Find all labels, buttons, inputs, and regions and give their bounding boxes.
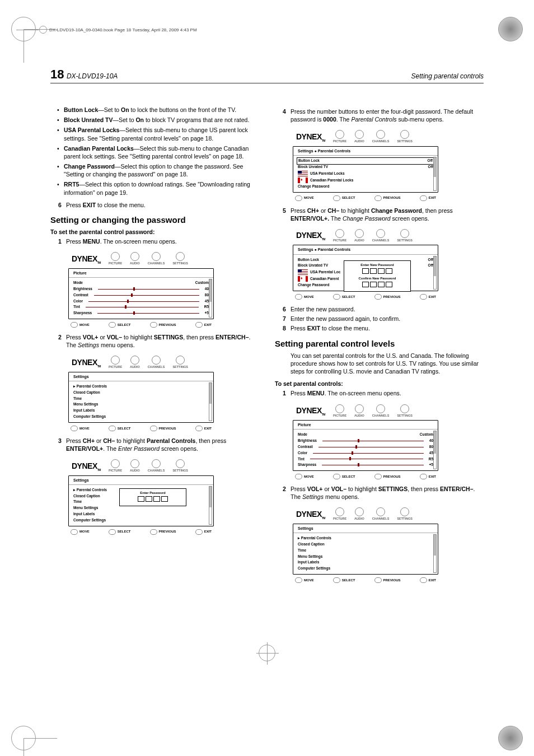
osd-picture-menu-2: DYNEXTM PICTURE AUDIO CHANNELS SETTINGS … bbox=[293, 402, 438, 480]
osd-enter-password: DYNEXTM PICTURE AUDIO CHANNELS SETTINGS … bbox=[68, 457, 214, 535]
step-6r: 6Enter the new password. bbox=[283, 305, 484, 313]
step-3: 3 Press CH+ or CH– to highlight Parental… bbox=[58, 437, 259, 452]
osd-picture-menu: DYNEXTM PICTURE AUDIO CHANNELS SETTINGS … bbox=[68, 250, 214, 328]
step-7r: 7Enter the new password again, to confir… bbox=[283, 315, 484, 323]
step-2: 2 Press VOL+ or VOL– to highlight SETTIN… bbox=[58, 333, 259, 349]
section-heading-2: Setting parental control levels bbox=[275, 338, 484, 349]
step-1b: 1 Press MENU. The on-screen menu opens. bbox=[283, 389, 484, 397]
feature-bullets: Button Lock—Set to On to lock the button… bbox=[64, 106, 259, 197]
step-8r: 8Press EXIT to close the menu. bbox=[283, 324, 484, 332]
step-6: 6 Press EXIT to close the menu. bbox=[58, 201, 259, 209]
bottom-registration bbox=[0, 645, 534, 667]
osd-settings-menu-2: DYNEXTM PICTURE AUDIO CHANNELS SETTINGS … bbox=[293, 505, 438, 584]
page-number: 18 bbox=[50, 67, 64, 81]
step-5: 5 Press CH+ or CH– to highlight Change P… bbox=[283, 207, 484, 222]
osd-change-password: DYNEXTM PICTURE AUDIO CHANNELS SETTINGS … bbox=[293, 227, 438, 301]
section-heading: Setting or changing the password bbox=[50, 214, 259, 226]
procedure-heading: To set the parental control password: bbox=[50, 228, 259, 236]
step-4: 4 Press the number buttons to enter the … bbox=[283, 108, 484, 123]
procedure-heading-2: To set parental controls: bbox=[275, 380, 484, 388]
step-2b: 2 Press VOL+ or VOL– to highlight SETTIN… bbox=[283, 485, 484, 501]
osd-parental-controls: DYNEXTM PICTURE AUDIO CHANNELS SETTINGS … bbox=[293, 128, 438, 202]
model-number: DX-LDVD19-10A bbox=[67, 72, 118, 80]
intro-text: You can set parental controls for the U.… bbox=[291, 352, 484, 376]
step-1: 1 Press MENU. The on-screen menu opens. bbox=[58, 237, 259, 245]
osd-settings-menu: DYNEXTM PICTURE AUDIO CHANNELS SETTINGS … bbox=[68, 353, 214, 432]
running-head: Setting parental controls bbox=[411, 72, 484, 80]
